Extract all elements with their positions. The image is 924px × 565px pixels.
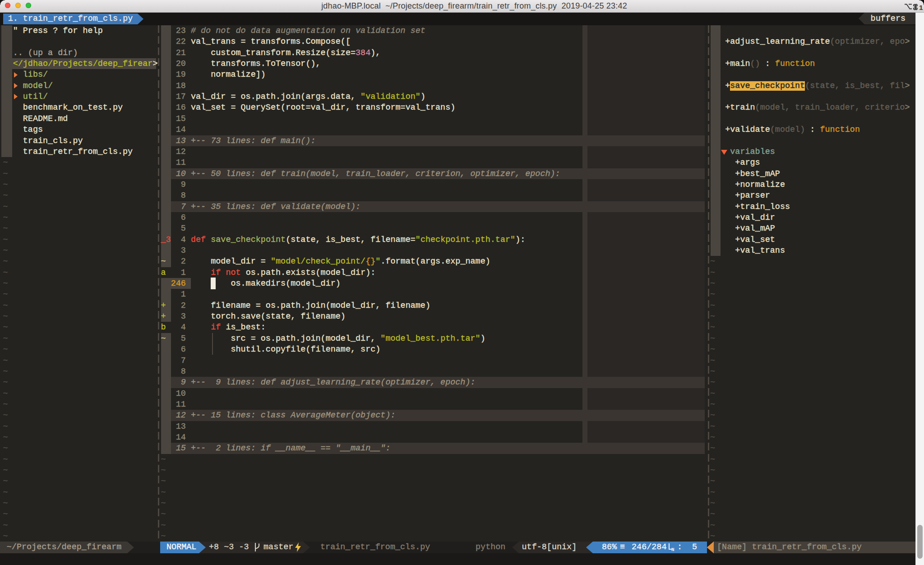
svg-text:1: 1 — [919, 4, 923, 11]
svg-text:N: N — [671, 547, 675, 551]
